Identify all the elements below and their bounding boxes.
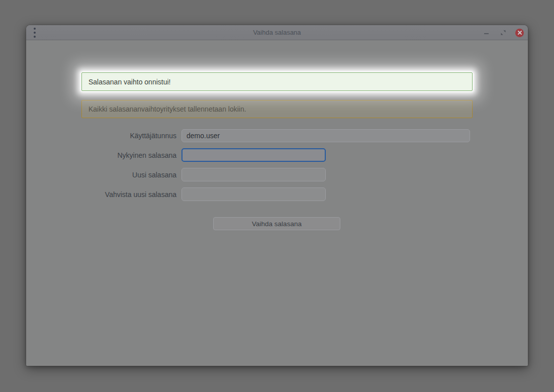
close-icon bbox=[515, 29, 524, 37]
maximize-button[interactable] bbox=[495, 25, 511, 40]
minimize-button[interactable] bbox=[478, 25, 495, 40]
close-button[interactable] bbox=[511, 25, 528, 40]
window-content: Salasanan vaihto onnistui! Kaikki salasa… bbox=[26, 40, 528, 366]
menu-dot-icon bbox=[34, 36, 36, 38]
menu-dot-icon bbox=[34, 28, 36, 30]
menu-dot-icon bbox=[34, 32, 36, 34]
maximize-icon bbox=[501, 30, 506, 35]
new-password-label: Uusi salasana bbox=[46, 168, 176, 181]
confirm-password-input[interactable] bbox=[181, 187, 326, 201]
window-title: Vaihda salasana bbox=[26, 25, 528, 40]
menu-button[interactable] bbox=[29, 27, 40, 39]
new-password-input[interactable] bbox=[181, 168, 326, 181]
minimize-icon bbox=[484, 33, 489, 34]
warning-message-text: Kaikki salasananvaihtoyritykset tallenne… bbox=[88, 105, 246, 113]
success-message-text: Salasanan vaihto onnistui! bbox=[88, 78, 170, 86]
current-password-input[interactable] bbox=[181, 148, 326, 162]
username-input[interactable] bbox=[181, 129, 470, 142]
success-message-banner: Salasanan vaihto onnistui! bbox=[81, 72, 473, 91]
titlebar: Vaihda salasana bbox=[26, 25, 528, 40]
current-password-label: Nykyinen salasana bbox=[46, 148, 176, 162]
confirm-password-label: Vahvista uusi salasana bbox=[46, 187, 176, 201]
change-password-submit-button[interactable]: Vaihda salasana bbox=[213, 217, 340, 230]
warning-message-banner: Kaikki salasananvaihtoyritykset tallenne… bbox=[81, 100, 473, 118]
window-controls bbox=[478, 25, 528, 40]
username-label: Käyttäjätunnus bbox=[46, 129, 176, 142]
change-password-window: Vaihda salasana bbox=[26, 25, 528, 366]
